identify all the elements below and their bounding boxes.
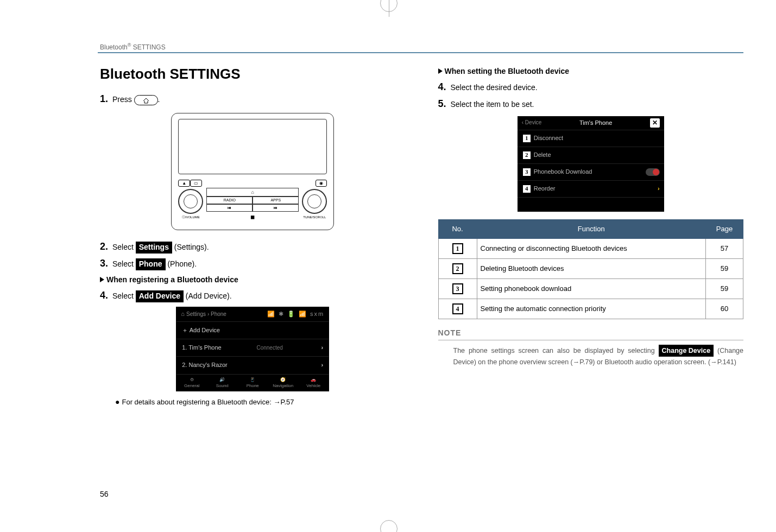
- step-1-post: .: [158, 95, 160, 104]
- step-1-pre: Press: [112, 95, 132, 104]
- tab-sound: 🔊Sound: [207, 375, 237, 391]
- triangle-bullet-icon: [438, 68, 443, 74]
- note-rule: [438, 340, 744, 340]
- note-heading: NOTE: [438, 328, 744, 339]
- prev-hard-button: ⏮: [206, 204, 253, 212]
- phonebook-text: Phonebook Download: [534, 168, 592, 176]
- table-row: 3 Setting phonebook download 59: [438, 278, 743, 299]
- row3-func: Setting phonebook download: [477, 278, 706, 299]
- phone-button-label: Phone: [136, 258, 166, 270]
- status-icons: 📶 ✱ 🔋 📶 sxm: [267, 310, 324, 318]
- row1-func: Connecting or disconnecting Bluetooth de…: [477, 238, 706, 258]
- apps-hard-button: APPS: [253, 197, 299, 204]
- left-column: Bluetooth SETTINGS 1. Press . ▲ ▭ ◉: [100, 59, 406, 483]
- empty-row: [518, 197, 664, 212]
- delete-row: 2 Delete: [518, 147, 664, 163]
- tab-general: ⚙General: [176, 375, 207, 391]
- subhead-setting-text: When setting the Bluetooth device: [445, 67, 569, 75]
- toggle-icon: [646, 168, 660, 176]
- function-table: No. Function Page 1 Connecting or discon…: [438, 219, 744, 319]
- details-bullet-text: For details about registering a Bluetoot…: [122, 398, 294, 406]
- note-pre: The phone settings screen can also be di…: [453, 347, 659, 354]
- step-4-right-number: 4.: [438, 81, 446, 92]
- tune-label: TUNE/SCROLL: [302, 215, 327, 219]
- row1-no: 1: [452, 243, 463, 254]
- tune-dial: [302, 189, 327, 214]
- row1-page: 57: [706, 238, 743, 258]
- next-hard-button: ⏭: [253, 204, 299, 212]
- head-unit-screen: [178, 119, 327, 174]
- step-4-left: 4. Select Add Device (Add Device).: [100, 289, 406, 302]
- device-title: Tim's Phone: [541, 119, 649, 127]
- home-hard-button: ⌂: [206, 188, 299, 197]
- device-row-2: 2. Nancy's Razor ›: [176, 356, 329, 373]
- th-no: No.: [438, 219, 477, 238]
- chevron-right-icon: ›: [321, 344, 324, 352]
- row3-no: 3: [452, 283, 463, 294]
- stop-hard-button: ◼: [206, 213, 299, 221]
- step-5-number: 5.: [438, 98, 446, 109]
- step-2-pre: Select: [112, 243, 134, 251]
- step-4-left-post: (Add Device).: [186, 292, 232, 300]
- running-header: Bluetooth® SETTINGS: [100, 42, 166, 51]
- bullet-dot-icon: ●: [115, 397, 119, 406]
- add-device-button-label: Add Device: [136, 290, 184, 302]
- step-4-right-text: Select the desired device.: [450, 83, 537, 92]
- add-device-text: ＋ Add Device: [182, 326, 220, 334]
- step-2-number: 2.: [100, 241, 108, 252]
- device-row-1-text: 1. Tim's Phone: [182, 344, 221, 352]
- change-device-button-label: Change Device: [659, 345, 714, 357]
- callout-3: 3: [522, 167, 532, 177]
- note-body: The phone settings screen can also be di…: [453, 345, 744, 368]
- table-row: 1 Connecting or disconnecting Bluetooth …: [438, 238, 743, 258]
- device-row-2-text: 2. Nancy's Razor: [182, 361, 227, 369]
- th-page: Page: [706, 219, 743, 238]
- subhead-setting: When setting the Bluetooth device: [438, 66, 744, 77]
- table-row: 4 Setting the automatic connection prior…: [438, 299, 743, 319]
- device-row-1: 1. Tim's Phone Connected ›: [176, 339, 329, 356]
- tab-navigation: 🧭Navigation: [268, 375, 298, 391]
- header-rule: [98, 52, 743, 53]
- step-3: 3. Select Phone (Phone).: [100, 257, 406, 270]
- head-unit-illustration: ▲ ▭ ◉ ⓘ/VOLUME ⌂ RADIO APPS: [171, 113, 334, 230]
- step-2-post: (Settings).: [174, 243, 209, 251]
- phone-settings-screenshot: ⌂ Settings › Phone 📶 ✱ 🔋 📶 sxm ＋ Add Dev…: [176, 307, 329, 391]
- row2-func: Deleting Bluetooth devices: [477, 258, 706, 278]
- step-4-left-pre: Select: [112, 292, 134, 300]
- chevron-right-icon: ›: [658, 185, 660, 193]
- callout-2: 2: [522, 150, 532, 160]
- step-4-left-number: 4.: [100, 290, 108, 301]
- eject-slot-icon: ▲: [178, 180, 190, 187]
- reorder-text: Reorder: [534, 185, 556, 193]
- radio-hard-button: RADIO: [206, 197, 253, 204]
- home-icon: ⌂: [181, 310, 185, 318]
- sd-slot-icon: ▭: [190, 180, 202, 187]
- back-button: ‹ Device: [522, 119, 542, 126]
- step-1-number: 1.: [100, 93, 108, 104]
- disconnect-text: Disconnect: [534, 134, 563, 142]
- row4-page: 60: [706, 299, 743, 319]
- volume-label: ⓘ/VOLUME: [178, 215, 203, 219]
- usb-slot-icon: ◉: [316, 180, 327, 187]
- callout-1: 1: [522, 134, 532, 143]
- row3-page: 59: [706, 278, 743, 299]
- step-2: 2. Select Settings (Settings).: [100, 240, 406, 254]
- device-row-1-status: Connected: [256, 344, 282, 352]
- phonebook-row: 3 Phonebook Download: [518, 163, 664, 180]
- th-function: Function: [477, 219, 706, 238]
- registration-mark-bottom: [380, 520, 398, 532]
- tab-vehicle: 🚗Vehicle: [298, 375, 329, 391]
- add-device-row: ＋ Add Device: [176, 321, 329, 339]
- step-3-pre: Select: [112, 259, 134, 268]
- details-bullet: ●For details about registering a Bluetoo…: [115, 397, 406, 408]
- header-section-text: Bluetooth® SETTINGS: [100, 43, 166, 51]
- step-5-text: Select the item to be set.: [450, 100, 534, 109]
- delete-text: Delete: [534, 151, 551, 159]
- step-4-right: 4. Select the desired device.: [438, 80, 744, 94]
- step-3-number: 3.: [100, 258, 108, 269]
- subhead-registering-text: When registering a Bluetooth device: [106, 275, 238, 284]
- row4-func: Setting the automatic connection priorit…: [477, 299, 706, 319]
- reorder-row: 4 Reorder ›: [518, 180, 664, 197]
- volume-dial: [178, 189, 203, 214]
- page-number: 56: [100, 490, 109, 498]
